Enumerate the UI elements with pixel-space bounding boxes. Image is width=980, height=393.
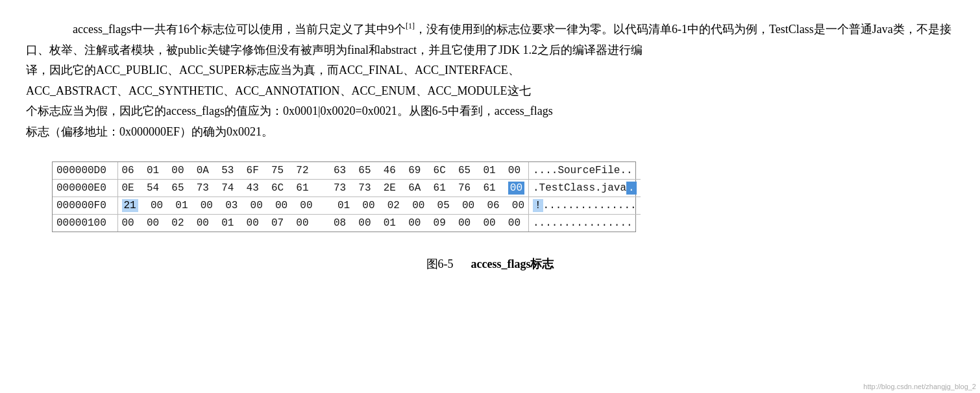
paragraph-continued-4: 标志（偏移地址：0x000000EF）的确为0x0021。 [26,122,954,143]
hex-highlight: 00 [508,182,524,195]
ascii-cell: ................ [529,215,641,232]
address-cell: 00000100 [53,215,117,232]
ascii-highlight-blue: ! [533,199,543,212]
table-row: 000000F0 21 00 01 00 03 00 00 00 01 00 0… [53,197,641,215]
main-paragraph: access_flags中一共有16个标志位可以使用，当前只定义了其中9个[1]… [26,19,954,142]
ascii-cell: .TestClass.java. [529,180,641,197]
hex-cell: 00 00 02 00 01 00 07 00 08 00 01 00 09 0… [117,215,529,232]
figure-title: access_flags标志 [471,257,554,270]
hex-dump-table: 000000D0 06 01 00 0A 53 6F 75 72 63 65 4… [53,162,641,232]
hex-highlight-blue: 21 [122,199,138,212]
table-row: 000000E0 0E 54 65 73 74 43 6C 61 73 73 2… [53,180,641,197]
ascii-cell: ....SourceFile.. [529,162,641,180]
table-row: 00000100 00 00 02 00 01 00 07 00 08 00 0… [53,215,641,232]
ascii-cell: !............... [529,197,641,215]
figure-caption-area: 图6-5 access_flags标志 [26,256,954,272]
figure-number: 图6-5 [426,257,454,270]
hex-cell: 0E 54 65 73 74 43 6C 61 73 73 2E 6A 61 7… [117,180,529,197]
ascii-highlight: . [626,182,637,195]
hex-table-container: 000000D0 06 01 00 0A 53 6F 75 72 63 65 4… [52,161,636,232]
footnote-ref: [1] [406,21,415,30]
hex-cell: 06 01 00 0A 53 6F 75 72 63 65 46 69 6C 6… [117,162,529,180]
hex-table-wrapper: 000000D0 06 01 00 0A 53 6F 75 72 63 65 4… [39,150,954,247]
address-cell: 000000D0 [53,162,117,180]
paragraph-continued: 译，因此它的ACC_PUBLIC、ACC_SUPER标志应当为真，而ACC_FI… [26,60,954,81]
table-row: 000000D0 06 01 00 0A 53 6F 75 72 63 65 4… [53,162,641,180]
watermark: http://blog.csdn.net/zhangjg_blog_2 [863,383,976,390]
address-cell: 000000F0 [53,197,117,215]
paragraph-continued-2: ACC_ABSTRACT、ACC_SYNTHETIC、ACC_ANNOTATIO… [26,81,954,102]
paragraph-text: access_flags中一共有16个标志位可以使用，当前只定义了其中9个[1]… [26,19,954,142]
address-cell: 000000E0 [53,180,117,197]
paragraph-continued-3: 个标志应当为假，因此它的access_flags的值应为：0x0001|0x00… [26,101,954,122]
hex-cell: 21 00 01 00 03 00 00 00 01 00 02 00 05 0… [117,197,529,215]
